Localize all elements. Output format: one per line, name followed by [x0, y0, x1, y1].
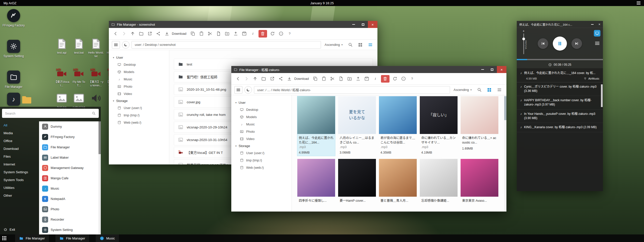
copy-button[interactable]	[189, 30, 197, 38]
archive-button[interactable]	[240, 30, 248, 38]
playlist-toggle-button[interactable]	[595, 41, 599, 46]
sidebar-item[interactable]: Desktop	[109, 61, 169, 68]
pause-button[interactable]	[553, 37, 567, 51]
minimize-button[interactable]	[478, 66, 487, 73]
volume-track[interactable]: Volume	[523, 33, 524, 54]
desktop-shortcut-file-manager[interactable]: File Manager	[2, 71, 25, 89]
playlist-item[interactable]: ♪ KING＿Kanaria cover. by 柘榴-zakuro-.mp3 …	[517, 123, 603, 132]
app-launcher-button[interactable]	[0, 234, 9, 242]
menu-icon[interactable]	[637, 2, 640, 5]
category-item[interactable]: All	[0, 121, 39, 129]
taskbar-item[interactable]: File Manager	[55, 234, 89, 242]
widget-titlebar[interactable]: 例えば、今此処に置かれた花に＿164 c... ×	[517, 21, 603, 28]
playlist-item[interactable]: ♪ In Your Hands＿yusukeP cover. by 柘榴-zak…	[517, 110, 603, 123]
open-in-new-button[interactable]	[268, 75, 276, 83]
sort-dropdown[interactable]: Ascending▾	[454, 88, 472, 92]
upload-button[interactable]	[354, 75, 362, 83]
category-item[interactable]: Internet	[0, 160, 39, 168]
back-button[interactable]	[111, 30, 119, 38]
close-button[interactable]: ×	[368, 21, 377, 28]
new-folder-button[interactable]	[346, 75, 354, 83]
sidebar-item[interactable]: User (user:/)	[231, 149, 292, 157]
file-tile[interactable]: 忘却感傷仆像講姫...	[420, 159, 458, 205]
grid-view-button[interactable]	[485, 86, 493, 94]
system-brand[interactable]: My ArOZ	[4, 1, 16, 5]
search-button[interactable]	[346, 41, 354, 49]
sidebar-item[interactable]: User (user:/)	[109, 104, 169, 112]
open-button[interactable]	[260, 75, 268, 83]
theme-toggle-button[interactable]	[122, 41, 130, 49]
delete-button[interactable]	[259, 30, 267, 38]
share-button[interactable]	[277, 75, 285, 83]
file-tile[interactable]: 夏を見て いるかな 八月のレイニー＿はるまきごはん co... .mp3 3.0…	[338, 96, 376, 156]
desktop-folder-icon[interactable]	[21, 94, 33, 106]
theme-toggle-button[interactable]	[244, 86, 252, 94]
file-tile[interactable]: 君が夜の海に還るまで＿こんにちは谷田... .mp3 4.35MB	[379, 96, 417, 156]
sidebar-section-storage[interactable]: ▾Storage	[231, 143, 292, 149]
desktop-file[interactable]: Fly Me To T...	[71, 67, 87, 87]
info-button[interactable]	[400, 75, 408, 83]
desktop-shortcut-ffmpeg-factory[interactable]: FFmpeg Factory	[2, 9, 25, 27]
file-tile[interactable]: 四季折々に擡頭し...	[297, 159, 335, 205]
volume-slider[interactable]: + Volume	[520, 29, 527, 54]
upload-button[interactable]	[232, 30, 240, 38]
sidebar-toggle-button[interactable]	[234, 86, 242, 94]
open-button[interactable]	[137, 30, 145, 38]
new-folder-button[interactable]	[223, 30, 231, 38]
app-item[interactable]: Music	[39, 183, 101, 194]
category-item[interactable]: Other	[0, 192, 39, 199]
desktop-file[interactable]: output.log	[71, 92, 87, 109]
file-tile[interactable]: 例えば、今此処に置かれた花に＿164... .mp3 4.99MB	[297, 96, 335, 156]
app-item[interactable]: System Setting	[39, 225, 101, 234]
share-button[interactable]	[154, 30, 162, 38]
sidebar-item[interactable]: tmp (tmp:/)	[109, 112, 169, 119]
scrollbar-thumb[interactable]	[601, 84, 603, 107]
copy-button[interactable]	[311, 75, 319, 83]
exit-button[interactable]: Exit	[4, 228, 15, 231]
cut-button[interactable]	[206, 30, 214, 38]
desktop-file[interactable]: Hello World.txt	[88, 38, 104, 58]
open-in-new-button[interactable]	[146, 30, 154, 38]
category-item[interactable]: Utilities	[0, 184, 39, 192]
desktop-file[interactable]	[88, 92, 104, 109]
desktop-file[interactable]: 【東方】~yu kimin...	[88, 67, 104, 87]
app-item[interactable]: File Manager	[39, 142, 101, 152]
sidebar-item[interactable]: Music	[109, 76, 169, 83]
cut-button[interactable]	[329, 75, 337, 83]
cast-button[interactable]	[594, 30, 600, 37]
paste-button[interactable]	[320, 75, 328, 83]
forward-button[interactable]	[120, 30, 128, 38]
category-item[interactable]: Download	[0, 145, 39, 153]
sidebar-section-user[interactable]: ▾User	[231, 99, 292, 106]
file-tile[interactable]: 「寂しい」 命に嫌われている＿カンザキイオリ... .mp3 4.19MB	[420, 96, 458, 156]
list-view-button[interactable]	[495, 86, 503, 94]
sidebar-toggle-button[interactable]	[112, 41, 120, 49]
sidebar-section-storage[interactable]: ▾Storage	[109, 97, 169, 104]
maximize-button[interactable]	[358, 21, 368, 28]
sort-dropdown[interactable]: Ascending▾	[325, 43, 343, 47]
now-playing[interactable]: ♪例えば、今此処に置かれた花に＿_164 cover. by 柘... 4.99…	[517, 68, 603, 82]
paste-button[interactable]	[198, 30, 206, 38]
app-item[interactable]: Management Gateway	[39, 163, 101, 173]
sidebar-item[interactable]: tmp (tmp:/)	[231, 157, 292, 164]
app-item[interactable]: FFmpeg Factory	[39, 132, 101, 142]
download-button[interactable]: Download	[294, 77, 309, 81]
category-item[interactable]: System Tools	[0, 176, 39, 184]
sidebar-section-user[interactable]: ▾User	[109, 54, 169, 61]
app-item[interactable]: Label Maker	[39, 152, 101, 163]
info-button[interactable]	[277, 30, 285, 38]
sidebar-item[interactable]: Music	[231, 121, 292, 128]
scrollbar[interactable]	[99, 121, 101, 234]
category-item[interactable]: Media	[0, 129, 39, 137]
address-bar[interactable]: user: / ... / Hello World / 柘榴-zakuro-	[254, 86, 450, 94]
app-item[interactable]: Dummy	[39, 121, 101, 132]
sidebar-item[interactable]: Photo	[231, 128, 292, 135]
category-item[interactable]: System Settings	[0, 168, 39, 176]
playlist-item[interactable]: ♪ Cynic＿ポリスピカデリー cover. by 柘榴-zakuro-.mp…	[517, 82, 603, 96]
app-item[interactable]: Photo	[39, 204, 101, 214]
delete-button[interactable]	[381, 75, 390, 83]
archive-button[interactable]	[363, 75, 371, 83]
up-button[interactable]	[128, 30, 137, 38]
search-input[interactable]: Search	[2, 109, 99, 118]
sidebar-item[interactable]: Models	[109, 68, 169, 76]
